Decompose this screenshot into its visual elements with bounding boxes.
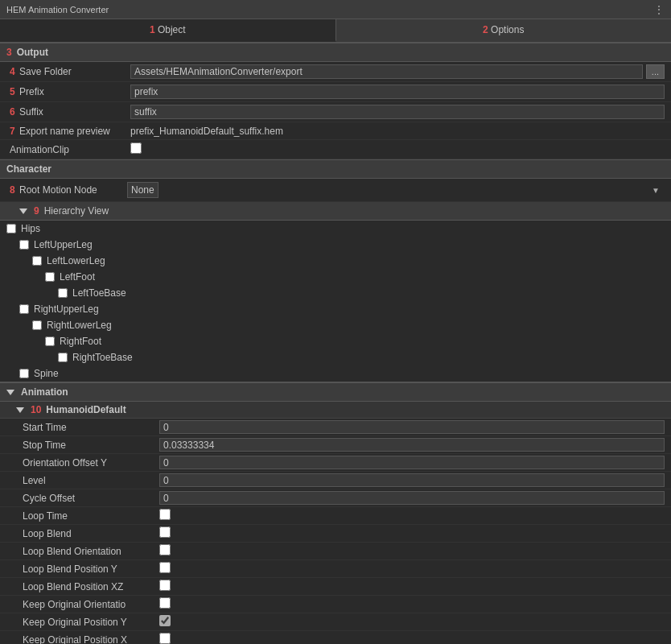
hips-checkbox[interactable] [6,224,16,233]
list-item: LeftUpperLeg [0,237,671,253]
spine-label: Spine [34,368,59,379]
loop-blend-position-xz-checkbox[interactable] [159,580,171,591]
loop-blend-checkbox[interactable] [159,526,171,538]
right-foot-checkbox[interactable] [45,336,55,346]
loop-time-label: Loop Time [23,510,159,522]
animation-toggle-icon [6,390,14,395]
output-number: 3 [6,47,12,58]
orientation-offset-input[interactable] [159,456,665,469]
loop-blend-position-xz-label: Loop Blend Position XZ [23,581,159,592]
keep-original-position-y-value [159,615,665,629]
browse-button[interactable]: ... [646,64,665,79]
window-title: HEM Animation Converter [6,5,109,14]
orientation-offset-value [159,456,665,469]
left-lower-leg-checkbox[interactable] [32,256,42,266]
menu-icon[interactable]: ⋮ [653,3,665,16]
tab-object-number: 1 [150,24,155,35]
right-lower-leg-label: RightLowerLeg [47,320,112,331]
save-folder-input[interactable] [130,64,643,79]
hierarchy-number: 9 [34,205,39,217]
suffix-label: 6 Suffix [10,106,130,118]
character-section-header: Character [0,159,671,179]
tab-object[interactable]: 1 Object [0,19,336,42]
loop-time-row: Loop Time [0,507,671,525]
orientation-offset-label: Orientation Offset Y [23,457,159,469]
right-upper-leg-label: RightUpperLeg [34,303,99,315]
animation-sub-label: HumanoidDefault [46,404,126,415]
left-toe-base-checkbox[interactable] [58,288,68,298]
export-name-number: 7 [10,126,15,137]
loop-blend-position-y-label: Loop Blend Position Y [23,564,159,575]
list-item: RightToeBase [0,349,671,365]
list-item: RightLowerLeg [0,317,671,333]
loop-blend-position-y-value [159,562,665,576]
loop-blend-position-xz-row: Loop Blend Position XZ [0,578,671,596]
right-upper-leg-checkbox[interactable] [19,304,29,314]
animation-sub-number: 10 [31,404,41,415]
cycle-offset-label: Cycle Offset [23,493,159,504]
loop-blend-position-y-checkbox[interactable] [159,562,171,573]
hierarchy-label: Hierarchy View [44,205,109,217]
list-item: LeftFoot [0,269,671,285]
tab-object-label: Object [158,24,186,35]
keep-original-position-x-row: Keep Original Position X [0,631,671,644]
animation-clip-row: AnimationClip [0,140,671,159]
animation-sub-toggle-icon [16,407,24,413]
root-motion-dropdown[interactable]: None [127,182,158,198]
spine-checkbox[interactable] [19,369,29,378]
root-motion-dropdown-wrapper: None [127,182,665,198]
save-folder-row: 4 Save Folder ... [0,62,671,82]
hierarchy-list: Hips LeftUpperLeg LeftLowerLeg LeftFoot … [0,221,671,382]
list-item: Hips [0,221,671,237]
keep-original-position-x-label: Keep Original Position X [23,634,159,645]
prefix-number: 5 [10,86,15,97]
animation-clip-label: AnimationClip [10,144,130,155]
cycle-offset-value [159,491,665,505]
loop-blend-label: Loop Blend [23,528,159,539]
animation-sub-header: 10 HumanoidDefault [0,402,671,419]
right-toe-base-checkbox[interactable] [58,353,68,362]
keep-original-position-x-value [159,633,665,644]
left-toe-base-label: LeftToeBase [72,287,126,299]
list-item: Spine [0,365,671,382]
title-bar-controls: ⋮ [653,3,665,16]
save-folder-input-row: ... [130,64,665,79]
stop-time-row: Stop Time [0,436,671,454]
loop-blend-orientation-checkbox[interactable] [159,544,171,555]
hierarchy-header[interactable]: 9 Hierarchy View [0,202,671,221]
list-item: LeftLowerLeg [0,253,671,269]
keep-original-position-y-row: Keep Original Position Y [0,613,671,631]
prefix-row: 5 Prefix [0,82,671,102]
left-upper-leg-checkbox[interactable] [19,240,29,250]
tab-options[interactable]: 2 Options [336,19,672,42]
export-name-value: prefix_HumanoidDefault_suffix.hem [130,126,665,137]
animation-clip-value [130,142,665,156]
save-folder-label: 4 Save Folder [10,66,130,77]
suffix-input[interactable] [130,105,665,119]
keep-original-orientation-label: Keep Original Orientatio [23,599,159,610]
prefix-label: 5 Prefix [10,86,130,97]
prefix-input[interactable] [130,85,665,99]
cycle-offset-input[interactable] [159,491,665,505]
keep-original-position-y-checkbox[interactable] [159,615,171,626]
export-name-row: 7 Export name preview prefix_HumanoidDef… [0,122,671,140]
stop-time-input[interactable] [159,438,665,452]
character-label: Character [6,163,51,175]
right-foot-label: RightFoot [60,336,101,347]
loop-blend-row: Loop Blend [0,525,671,543]
hierarchy-section: 9 Hierarchy View Hips LeftUpperLeg LeftL… [0,202,671,382]
title-bar-left: HEM Animation Converter [6,5,109,14]
animation-clip-checkbox[interactable] [130,142,142,154]
keep-original-orientation-checkbox[interactable] [159,597,171,609]
start-time-input[interactable] [159,420,665,434]
suffix-number: 6 [10,106,15,118]
output-label: Output [17,47,48,58]
keep-original-position-x-checkbox[interactable] [159,633,171,644]
level-input[interactable] [159,473,665,487]
right-lower-leg-checkbox[interactable] [32,320,42,330]
animation-header: Animation [0,383,671,402]
export-name-label: 7 Export name preview [10,126,130,137]
loop-time-checkbox[interactable] [159,509,171,520]
left-foot-checkbox[interactable] [45,272,55,282]
hierarchy-toggle-icon [19,208,27,214]
